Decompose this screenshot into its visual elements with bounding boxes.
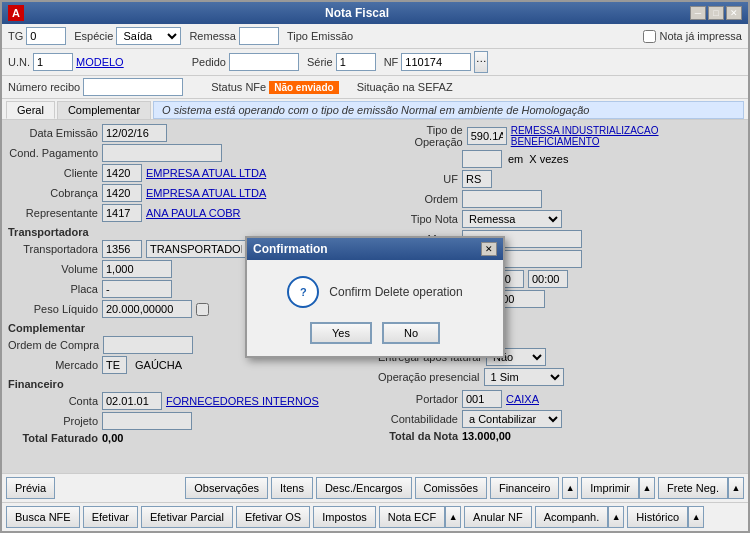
close-button[interactable]: ✕ [726, 6, 742, 20]
dialog-overlay: Confirmation ✕ ? Confirm Delete operatio… [2, 120, 748, 473]
nf-field: NF … [384, 51, 489, 73]
dialog-message-row: ? Confirm Delete operation [287, 276, 462, 308]
historico-button[interactable]: Histórico [627, 506, 688, 528]
tg-field: TG [8, 27, 66, 45]
app-icon: A [8, 5, 24, 21]
imprimir-button[interactable]: Imprimir [581, 477, 639, 499]
confirmation-dialog: Confirmation ✕ ? Confirm Delete operatio… [245, 236, 505, 358]
tg-label: TG [8, 30, 23, 42]
serie-field: Série [307, 53, 376, 71]
especie-select[interactable]: Saída Entrada [116, 27, 181, 45]
nota-ecf-group: Nota ECF ▲ [379, 506, 461, 528]
status-nfe-field: Status NFe Não enviado [211, 81, 339, 94]
un-label: U.N. [8, 56, 30, 68]
dialog-no-button[interactable]: No [382, 322, 440, 344]
financeiro-arrow[interactable]: ▲ [562, 477, 578, 499]
nf-label: NF [384, 56, 399, 68]
nf-browse-button[interactable]: … [474, 51, 488, 73]
tab-bar: Geral Complementar O sistema está operan… [2, 99, 748, 120]
frete-neg-arrow[interactable]: ▲ [728, 477, 744, 499]
observacoes-button[interactable]: Observações [185, 477, 268, 499]
dialog-close-button[interactable]: ✕ [481, 242, 497, 256]
status-nfe-label: Status NFe [211, 81, 266, 93]
window-controls: ─ □ ✕ [690, 6, 742, 20]
pedido-label: Pedido [192, 56, 226, 68]
situacao-sefaz-field: Situação na SEFAZ [357, 81, 453, 93]
serie-input[interactable] [336, 53, 376, 71]
historico-arrow[interactable]: ▲ [688, 506, 704, 528]
tipo-emissao-field: Tipo Emissão [287, 30, 353, 42]
historico-group: Histórico ▲ [627, 506, 704, 528]
numero-recibo-field: Número recibo [8, 78, 183, 96]
comissoes-button[interactable]: Comissões [415, 477, 487, 499]
dialog-buttons: Yes No [310, 322, 440, 344]
nota-impressa-field: Nota já impressa [643, 30, 742, 43]
remessa-input[interactable] [239, 27, 279, 45]
efetivar-parcial-button[interactable]: Efetivar Parcial [141, 506, 233, 528]
anular-nf-button[interactable]: Anular NF [464, 506, 532, 528]
tipo-emissao-label: Tipo Emissão [287, 30, 353, 42]
main-content: Data Emissão Cond. Pagamento Cliente EMP… [2, 120, 748, 473]
pedido-input[interactable] [229, 53, 299, 71]
dialog-message: Confirm Delete operation [329, 285, 462, 299]
dialog-title-text: Confirmation [253, 242, 328, 256]
frete-neg-button[interactable]: Frete Neg. [658, 477, 728, 499]
toolbar-row1: TG Espécie Saída Entrada Remessa Tipo Em… [2, 24, 748, 49]
pedido-field: Pedido [192, 53, 299, 71]
nota-ecf-arrow[interactable]: ▲ [445, 506, 461, 528]
tab-info: O sistema está operando com o tipo de em… [153, 101, 744, 119]
previa-button[interactable]: Prévia [6, 477, 55, 499]
efetivar-button[interactable]: Efetivar [83, 506, 138, 528]
nota-ecf-button[interactable]: Nota ECF [379, 506, 445, 528]
nota-impressa-checkbox[interactable] [643, 30, 656, 43]
modelo-link[interactable]: MODELO [76, 56, 124, 68]
numero-recibo-input[interactable] [83, 78, 183, 96]
previa-group: Prévia [6, 477, 55, 499]
especie-field: Espécie Saída Entrada [74, 27, 181, 45]
bottom-bar-2: Busca NFE Efetivar Efetivar Parcial Efet… [2, 502, 748, 531]
especie-label: Espécie [74, 30, 113, 42]
un-field: U.N. MODELO [8, 53, 124, 71]
dialog-question-icon: ? [287, 276, 319, 308]
acompanh-arrow[interactable]: ▲ [608, 506, 624, 528]
maximize-button[interactable]: □ [708, 6, 724, 20]
busca-nfe-button[interactable]: Busca NFE [6, 506, 80, 528]
title-bar: A Nota Fiscal ─ □ ✕ [2, 2, 748, 24]
window-title: Nota Fiscal [24, 6, 690, 20]
remessa-label: Remessa [189, 30, 235, 42]
toolbar-row3: Número recibo Status NFe Não enviado Sit… [2, 76, 748, 99]
efetivar-os-button[interactable]: Efetivar OS [236, 506, 310, 528]
remessa-field: Remessa [189, 27, 278, 45]
main-window: A Nota Fiscal ─ □ ✕ TG Espécie Saída Ent… [0, 0, 750, 533]
minimize-button[interactable]: ─ [690, 6, 706, 20]
acompanh-group: Acompanh. ▲ [535, 506, 625, 528]
itens-button[interactable]: Itens [271, 477, 313, 499]
dialog-icon-char: ? [300, 286, 307, 298]
acompanh-button[interactable]: Acompanh. [535, 506, 609, 528]
dialog-yes-button[interactable]: Yes [310, 322, 372, 344]
dialog-title-bar: Confirmation ✕ [247, 238, 503, 260]
imprimir-group: Imprimir ▲ [581, 477, 655, 499]
impostos-button[interactable]: Impostos [313, 506, 376, 528]
imprimir-arrow[interactable]: ▲ [639, 477, 655, 499]
status-badge: Não enviado [269, 81, 338, 94]
tg-input[interactable] [26, 27, 66, 45]
desc-encargos-button[interactable]: Desc./Encargos [316, 477, 412, 499]
dialog-body: ? Confirm Delete operation Yes No [247, 260, 503, 356]
serie-label: Série [307, 56, 333, 68]
financeiro-button[interactable]: Financeiro [490, 477, 559, 499]
bottom-bar-1: Prévia Observações Itens Desc./Encargos … [2, 473, 748, 502]
situacao-sefaz-label: Situação na SEFAZ [357, 81, 453, 93]
tab-geral[interactable]: Geral [6, 101, 55, 119]
nf-input[interactable] [401, 53, 471, 71]
nota-impressa-label: Nota já impressa [659, 30, 742, 42]
un-input[interactable] [33, 53, 73, 71]
toolbar-row2: U.N. MODELO Pedido Série NF … [2, 49, 748, 76]
tab-complementar[interactable]: Complementar [57, 101, 151, 119]
frete-neg-group: Frete Neg. ▲ [658, 477, 744, 499]
numero-recibo-label: Número recibo [8, 81, 80, 93]
